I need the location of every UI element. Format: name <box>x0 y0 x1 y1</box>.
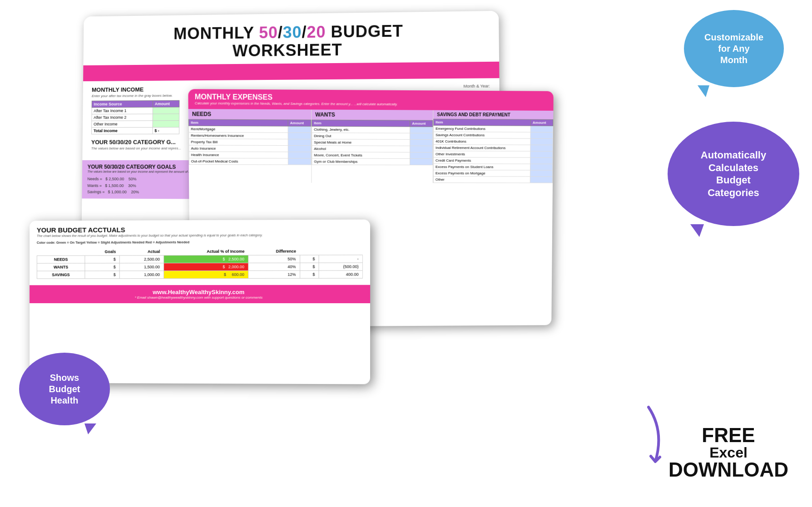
wants-item: Dining Out <box>312 133 410 139</box>
table-row: Out-of-Pocket Medical Costs <box>189 158 311 165</box>
wants-amount <box>410 139 433 146</box>
needs-table: Item Amount Rent/Mortgage Renters/Homeow… <box>188 119 312 165</box>
savings-item: Excess Payments on Student Loans <box>433 164 530 170</box>
needs-header: NEEDS <box>188 109 311 120</box>
table-row: Movie, Concert, Event Tickets <box>312 152 433 159</box>
savings-amount <box>530 145 553 151</box>
actuals-row-needs: NEEDS $ 2,500.00 $ 2,500.00 50% $ - <box>37 255 362 263</box>
expenses-header: MONTHLY EXPENSES Calculate your monthly … <box>188 89 554 111</box>
wants-item-col: Item <box>312 120 410 127</box>
income-col-amount: Amount <box>153 100 179 107</box>
wants-amount <box>410 158 433 165</box>
table-row: Health Insurance <box>189 152 311 158</box>
table-row: After Tax Income 1 <box>92 107 179 114</box>
needs-diff-value: - <box>319 255 362 263</box>
wants-goal-dollar: $ <box>85 263 119 271</box>
table-row: Clothing, Jewlery, etc. <box>312 126 433 133</box>
table-row: Alcohol <box>312 146 433 153</box>
wants-amount-col: Amount <box>410 120 433 127</box>
expenses-body: NEEDS Item Amount Rent/Mortgage Renters/… <box>188 109 554 183</box>
table-row: Individual Retirement Account Contributi… <box>433 145 553 152</box>
table-row: Other Investments <box>433 151 553 158</box>
wants-pct: 40% <box>248 263 300 271</box>
savings-amount-col: Amount <box>530 119 553 126</box>
col-category <box>37 248 84 256</box>
savings-item: Excess Payments on Mortgage <box>433 170 530 177</box>
wants-diff-dollar: $ <box>300 263 319 271</box>
income-amount-other <box>153 121 179 128</box>
income-source-2: After Tax Income 2 <box>92 114 153 121</box>
wants-item: Gym or Club Memberships <box>312 158 410 165</box>
wants-diff-value: (500.00) <box>319 263 362 271</box>
bubble-auto-calc-text: AutomaticallyCalculatesBudgetCategories <box>701 149 766 199</box>
wants-amount <box>410 152 433 158</box>
needs-amount-col: Amount <box>288 120 311 126</box>
savings-goal-dollar: $ <box>85 271 119 279</box>
wants-category: WANTS <box>37 263 84 271</box>
table-row: Savings Account Contributions <box>434 132 553 138</box>
savings-goal-value: 1,000.00 <box>119 271 163 279</box>
needs-diff-dollar: $ <box>300 255 319 263</box>
income-source-1: After Tax Income 1 <box>92 107 153 114</box>
table-row: Excess Payments on Mortgage <box>433 170 552 177</box>
savings-amount <box>530 164 552 170</box>
wants-amount <box>410 127 433 133</box>
wants-col: WANTS Item Amount Clothing, Jewlery, etc… <box>312 109 433 183</box>
savings-item: Emergency Fund Contributions <box>434 125 531 132</box>
needs-amount <box>288 126 311 133</box>
bubble-budget-health-text: ShowsBudgetHealth <box>49 372 80 406</box>
color-code: Color code: Green = On Target Yellow = S… <box>37 240 363 245</box>
footer-email: * Email shawn@healthywealthyskinny.com w… <box>37 295 363 300</box>
table-row: Gym or Club Memberships <box>312 158 433 165</box>
needs-amount <box>288 158 311 165</box>
bubble-customizable: Customizablefor AnyMonth <box>684 10 784 87</box>
savings-item-col: Item <box>434 119 531 126</box>
table-row: Special Meals at Home <box>312 139 433 146</box>
table-row: Other <box>433 177 552 183</box>
color-code-text: Color code: Green = On Target Yellow = S… <box>37 240 189 245</box>
table-row: Auto Insurance <box>189 145 311 152</box>
savings-amount <box>530 138 553 145</box>
savings-header: SAVINGS AND DEBT REPAYMENT <box>433 110 553 119</box>
num20: 20 <box>307 23 326 41</box>
needs-item-col: Item <box>188 119 288 126</box>
needs-amount <box>288 146 311 152</box>
savings-item: Other <box>433 177 530 183</box>
actuals-row-savings: SAVINGS $ 1,000.00 $ 600.00 12% $ 400.00 <box>37 271 362 279</box>
savings-item: Individual Retirement Account Contributi… <box>433 145 530 152</box>
table-row: Emergency Fund Contributions <box>434 125 553 132</box>
table-row: Rent/Mortgage <box>188 126 311 133</box>
needs-item: Health Insurance <box>189 152 288 158</box>
needs-item: Renters/Homeowners Insurance <box>189 132 288 139</box>
needs-amount <box>288 133 311 139</box>
col-diff: Difference <box>248 247 300 255</box>
savings-amount <box>530 177 552 183</box>
income-table: Income Source Amount After Tax Income 1 … <box>91 100 179 134</box>
needs-amount <box>288 139 311 145</box>
wants-item: Movie, Concert, Event Tickets <box>312 152 410 159</box>
num50: 50 <box>259 23 278 42</box>
savings-amount <box>530 170 552 177</box>
income-total-amount: $ - <box>153 128 179 134</box>
download-text: DOWNLOAD <box>668 460 788 480</box>
table-row: Other Income <box>92 121 179 128</box>
wants-amount <box>410 146 433 152</box>
needs-category: NEEDS <box>37 256 84 263</box>
actuals-row-wants: WANTS $ 1,500.00 $ 2,000.00 40% $ (500.0… <box>37 263 362 271</box>
worksheet-title: MONTHLY 50/30/20 BUDGETWORKSHEET <box>92 21 490 61</box>
wants-header: WANTS <box>312 109 433 120</box>
table-row: 401K Contributions <box>434 138 553 145</box>
needs-item: Rent/Mortgage <box>188 126 288 133</box>
needs-actual: $ 2,500.00 <box>163 255 248 263</box>
income-source-other: Other Income <box>92 121 153 128</box>
wants-item: Clothing, Jewlery, etc. <box>312 126 410 133</box>
income-amount-1 <box>153 107 179 114</box>
actuals-sub: The chart below shows the result of you … <box>37 233 363 238</box>
arrow-down <box>630 403 667 484</box>
table-row: Dining Out <box>312 133 433 139</box>
savings-amount <box>530 126 553 132</box>
needs-col: NEEDS Item Amount Rent/Mortgage Renters/… <box>188 109 312 183</box>
free-download: FREE Excel DOWNLOAD <box>668 425 788 480</box>
wants-goal-value: 1,500.00 <box>119 263 163 271</box>
bubble-budget-health: ShowsBudgetHealth <box>19 353 110 425</box>
